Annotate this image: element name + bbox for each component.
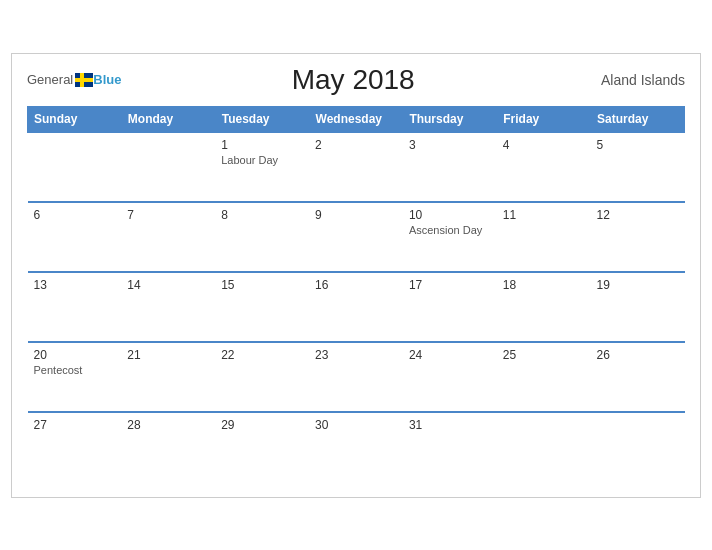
- week-row-1: 678910Ascension Day1112: [28, 202, 685, 272]
- day-number: 31: [409, 418, 491, 432]
- col-monday: Monday: [121, 106, 215, 132]
- day-cell: 23: [309, 342, 403, 412]
- day-number: 3: [409, 138, 491, 152]
- col-thursday: Thursday: [403, 106, 497, 132]
- day-number: 15: [221, 278, 303, 292]
- col-wednesday: Wednesday: [309, 106, 403, 132]
- day-cell: [121, 132, 215, 202]
- day-cell: 30: [309, 412, 403, 482]
- day-number: 30: [315, 418, 397, 432]
- day-number: 12: [597, 208, 679, 222]
- event-label: Labour Day: [221, 154, 303, 166]
- week-row-2: 13141516171819: [28, 272, 685, 342]
- day-cell: 15: [215, 272, 309, 342]
- col-saturday: Saturday: [591, 106, 685, 132]
- day-cell: 31: [403, 412, 497, 482]
- day-number: 8: [221, 208, 303, 222]
- day-cell: 21: [121, 342, 215, 412]
- day-number: 14: [127, 278, 209, 292]
- day-number: 7: [127, 208, 209, 222]
- day-number: 18: [503, 278, 585, 292]
- day-cell: 29: [215, 412, 309, 482]
- calendar-grid: Sunday Monday Tuesday Wednesday Thursday…: [27, 106, 685, 482]
- event-label: Pentecost: [34, 364, 116, 376]
- day-cell: 22: [215, 342, 309, 412]
- week-row-3: 20Pentecost212223242526: [28, 342, 685, 412]
- day-number: 19: [597, 278, 679, 292]
- day-number: 4: [503, 138, 585, 152]
- day-cell: 25: [497, 342, 591, 412]
- day-cell: 6: [28, 202, 122, 272]
- day-cell: 20Pentecost: [28, 342, 122, 412]
- day-cell: 26: [591, 342, 685, 412]
- day-number: 23: [315, 348, 397, 362]
- logo-flag-icon: [75, 73, 93, 87]
- day-number: 11: [503, 208, 585, 222]
- day-cell: 24: [403, 342, 497, 412]
- day-number: 22: [221, 348, 303, 362]
- day-cell: 27: [28, 412, 122, 482]
- calendar-wrapper: General Blue May 2018 Aland Islands Sund…: [11, 53, 701, 498]
- day-cell: [28, 132, 122, 202]
- logo-general-text: General: [27, 72, 73, 87]
- region-label: Aland Islands: [585, 72, 685, 88]
- day-cell: 12: [591, 202, 685, 272]
- day-cell: 7: [121, 202, 215, 272]
- day-number: 21: [127, 348, 209, 362]
- col-sunday: Sunday: [28, 106, 122, 132]
- day-cell: 4: [497, 132, 591, 202]
- calendar-header: General Blue May 2018 Aland Islands: [27, 64, 685, 96]
- col-friday: Friday: [497, 106, 591, 132]
- day-number: 29: [221, 418, 303, 432]
- day-number: 26: [597, 348, 679, 362]
- day-number: 27: [34, 418, 116, 432]
- day-number: 20: [34, 348, 116, 362]
- day-number: 13: [34, 278, 116, 292]
- header-row: Sunday Monday Tuesday Wednesday Thursday…: [28, 106, 685, 132]
- day-number: 25: [503, 348, 585, 362]
- col-tuesday: Tuesday: [215, 106, 309, 132]
- day-number: 2: [315, 138, 397, 152]
- day-number: 9: [315, 208, 397, 222]
- day-cell: 11: [497, 202, 591, 272]
- day-number: 6: [34, 208, 116, 222]
- day-number: 24: [409, 348, 491, 362]
- day-cell: 19: [591, 272, 685, 342]
- svg-rect-2: [80, 73, 84, 87]
- day-cell: 1Labour Day: [215, 132, 309, 202]
- logo-blue-text: Blue: [93, 72, 121, 87]
- day-number: 17: [409, 278, 491, 292]
- day-cell: 3: [403, 132, 497, 202]
- day-number: 28: [127, 418, 209, 432]
- event-label: Ascension Day: [409, 224, 491, 236]
- day-cell: 17: [403, 272, 497, 342]
- day-number: 1: [221, 138, 303, 152]
- day-cell: 13: [28, 272, 122, 342]
- day-cell: 10Ascension Day: [403, 202, 497, 272]
- day-cell: [591, 412, 685, 482]
- month-title: May 2018: [121, 64, 585, 96]
- day-cell: [497, 412, 591, 482]
- day-cell: 8: [215, 202, 309, 272]
- day-cell: 2: [309, 132, 403, 202]
- day-cell: 16: [309, 272, 403, 342]
- day-number: 5: [597, 138, 679, 152]
- week-row-4: 2728293031: [28, 412, 685, 482]
- week-row-0: 1Labour Day2345: [28, 132, 685, 202]
- day-cell: 5: [591, 132, 685, 202]
- day-cell: 14: [121, 272, 215, 342]
- day-number: 10: [409, 208, 491, 222]
- day-cell: 28: [121, 412, 215, 482]
- day-cell: 18: [497, 272, 591, 342]
- day-number: 16: [315, 278, 397, 292]
- logo: General Blue: [27, 72, 121, 87]
- day-cell: 9: [309, 202, 403, 272]
